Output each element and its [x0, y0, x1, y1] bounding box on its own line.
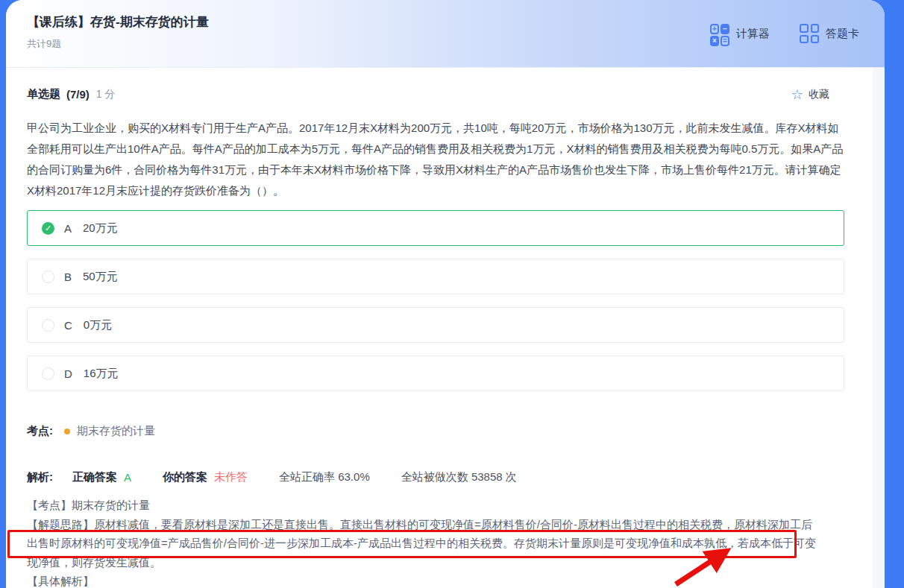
question-type-label: 单选题 [27, 87, 60, 101]
option-letter: B [64, 271, 72, 283]
answer-card-button[interactable]: 答题卡 [800, 24, 859, 43]
check-icon: ✓ [42, 222, 54, 235]
correct-answer-label: 正确答案 [72, 470, 117, 484]
analysis-line: 现净值，则存货发生减值。 [27, 553, 885, 572]
options-list: ✓ A 20万元 B 50万元 C 0万元 D 16万元 [6, 210, 885, 391]
calculator-button[interactable]: + − × = 计算器 [710, 24, 770, 43]
question-score: 1 分 [96, 88, 116, 101]
option-letter: C [64, 319, 72, 332]
question-stem: 甲公司为工业企业，购买的X材料专门用于生产A产品。2017年12月末X材料为20… [27, 118, 844, 201]
page-title: 【课后练】存货-期末存货的计量 [27, 13, 209, 31]
answer-card-icon [800, 24, 819, 43]
calc-times-cell: × [710, 36, 719, 46]
question-meta: 单选题 (7/9) 1 分 ☆ 收藏 [27, 87, 864, 101]
your-answer-value: 未作答 [214, 470, 248, 484]
calculator-icon: + − × = [710, 24, 729, 43]
analysis-line: 出售时原材料的可变现净值=产成品售价/合同价-进一步深加工成本-产成品出售过程中… [27, 534, 885, 553]
calc-minus-cell: − [721, 24, 729, 34]
option-c[interactable]: C 0万元 [27, 307, 844, 343]
analysis-line: 【解题思路】原材料减值，要看原材料是深加工还是直接出售。直接出售材料的可变现净值… [27, 515, 885, 534]
option-letter: A [64, 222, 72, 235]
question-count: 共计9题 [27, 37, 61, 51]
radio-icon [42, 319, 54, 332]
favorite-label: 收藏 [809, 88, 829, 101]
orange-dot-icon [64, 429, 70, 434]
your-answer-label: 你的答案 [163, 470, 207, 484]
analysis-line: 【具体解析】 [27, 572, 885, 588]
option-text: 50万元 [83, 270, 118, 284]
knowledge-point-label: 考点: [27, 424, 53, 438]
option-b[interactable]: B 50万元 [27, 259, 844, 294]
option-d[interactable]: D 16万元 [27, 355, 844, 391]
question-progress: (7/9) [66, 88, 90, 101]
radio-icon [42, 271, 54, 283]
star-icon: ☆ [791, 88, 803, 101]
option-letter: D [64, 367, 72, 380]
question-card: 【课后练】存货-期末存货的计量 共计9题 + − × = 计算器 答 [6, 0, 885, 588]
header-toolbar: + − × = 计算器 答题卡 [710, 0, 859, 67]
page: { "header": { "title": "【课后练】存货-期末存货的计量"… [0, 0, 904, 588]
favorite-button[interactable]: ☆ 收藏 [791, 88, 829, 101]
knowledge-point-value[interactable]: 期末存货的计量 [77, 424, 155, 438]
option-text: 16万元 [84, 367, 119, 381]
calc-plus-cell: + [710, 24, 719, 34]
analysis-label: 解析: [27, 470, 53, 484]
analysis-line: 【考点】期末存货的计量 [27, 496, 885, 515]
card-header: 【课后练】存货-期末存货的计量 共计9题 + − × = 计算器 答 [6, 0, 885, 68]
option-text: 0万元 [84, 318, 112, 332]
option-a[interactable]: ✓ A 20万元 [27, 210, 844, 246]
calc-equals-cell: = [721, 36, 729, 46]
site-attempts: 全站被做次数 53858 次 [401, 470, 517, 484]
radio-icon [42, 367, 54, 380]
correct-answer-value: A [124, 471, 131, 484]
analysis-body: 【考点】期末存货的计量 【解题思路】原材料减值，要看原材料是深加工还是直接出售。… [27, 496, 885, 588]
calculator-label: 计算器 [736, 27, 770, 41]
knowledge-point-row: 考点: 期末存货的计量 [27, 424, 864, 438]
answer-card-label: 答题卡 [826, 27, 859, 41]
analysis-summary-row: 解析: 正确答案 A 你的答案 未作答 全站正确率 63.0% 全站被做次数 5… [27, 470, 864, 484]
option-text: 20万元 [83, 221, 118, 235]
site-accuracy: 全站正确率 63.0% [279, 470, 370, 484]
